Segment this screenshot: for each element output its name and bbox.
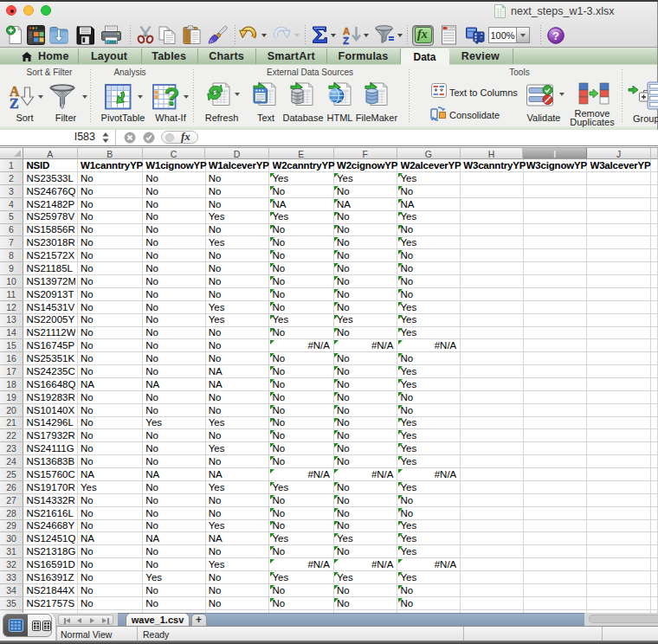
svg-text:Z: Z <box>10 96 19 110</box>
